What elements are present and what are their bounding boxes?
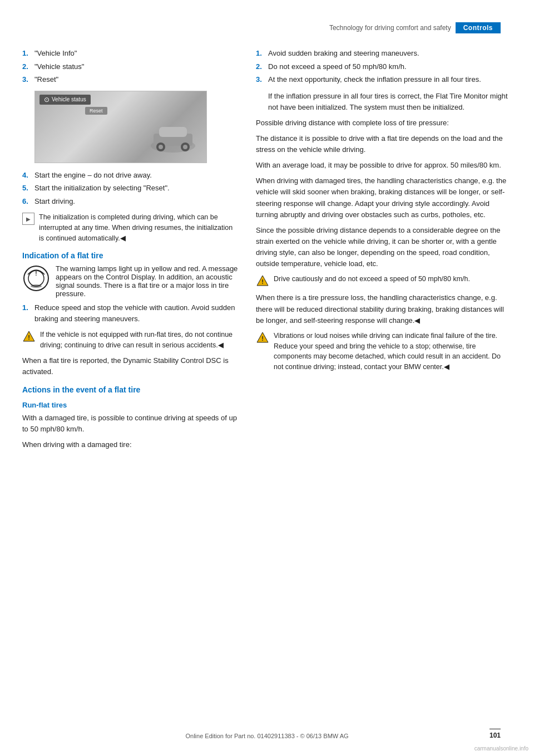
svg-rect-2 bbox=[159, 127, 187, 137]
svg-text:!: ! bbox=[261, 335, 264, 342]
list-item: 3. At the next opportunity, check the in… bbox=[256, 74, 512, 85]
list-text: Start driving. bbox=[34, 196, 239, 207]
list-item: 1. Avoid sudden braking and steering man… bbox=[256, 48, 512, 59]
actions-list: 1. Avoid sudden braking and steering man… bbox=[256, 48, 512, 85]
footer-text: Online Edition for Part no. 01402911383 … bbox=[185, 733, 348, 739]
inflation-note: If the inflation pressure in all four ti… bbox=[268, 91, 512, 113]
vibration-warning-box: ! Vibrations or loud noises while drivin… bbox=[256, 331, 512, 372]
reset-button-label: Reset bbox=[85, 107, 107, 115]
list-text: Start the initialization by selecting "R… bbox=[34, 183, 239, 194]
steps-list: 4. Start the engine – do not drive away.… bbox=[22, 170, 239, 207]
svg-text:!: ! bbox=[35, 271, 37, 277]
vehicle-status-image: ⊙ Vehicle status Reset bbox=[34, 91, 207, 163]
status-icon: ⊙ bbox=[44, 96, 50, 104]
left-column: 1. "Vehicle Info" 2. "Vehicle status" 3.… bbox=[22, 48, 239, 455]
page-number: 101 bbox=[490, 732, 501, 739]
svg-point-10 bbox=[31, 284, 42, 288]
list-text: Reduce speed and stop the vehicle with c… bbox=[34, 302, 239, 324]
list-item: 1. "Vehicle Info" bbox=[22, 48, 239, 59]
list-text: At the next opportunity, check the infla… bbox=[268, 74, 512, 85]
indication-heading: Indication of a flat tire bbox=[22, 251, 239, 260]
page-number-line bbox=[490, 729, 501, 729]
right-column: 1. Avoid sudden braking and steering man… bbox=[256, 48, 512, 455]
list-item: 2. Do not exceed a speed of 50 mph/80 km… bbox=[256, 61, 512, 72]
list-num: 6. bbox=[22, 196, 34, 207]
list-item: 1. Reduce speed and stop the vehicle wit… bbox=[22, 302, 239, 324]
header-bar: Technology for driving comfort and safet… bbox=[0, 22, 534, 38]
status-label: Vehicle status bbox=[52, 96, 86, 102]
watermark: carmanualsonline.info bbox=[474, 745, 528, 752]
list-item: 5. Start the initialization by selecting… bbox=[22, 183, 239, 194]
damaged-tires-text: When driving with damaged tires, the han… bbox=[256, 175, 512, 220]
tip-box: ▶ The initialization is completed during… bbox=[22, 212, 239, 243]
list-item: 4. Start the engine – do not drive away. bbox=[22, 170, 239, 181]
list-num: 3. bbox=[22, 74, 34, 85]
list-item: 6. Start driving. bbox=[22, 196, 239, 207]
reduce-speed-list: 1. Reduce speed and stop the vehicle wit… bbox=[22, 302, 239, 324]
run-flat-p2: When driving with a damaged tire: bbox=[22, 439, 239, 450]
svg-text:!: ! bbox=[261, 278, 264, 285]
svg-point-4 bbox=[159, 145, 163, 149]
warning-triangle-icon-3: ! bbox=[256, 331, 269, 345]
svg-point-6 bbox=[183, 145, 187, 149]
page-number-container: 101 bbox=[490, 729, 501, 739]
run-flat-subheading: Run-flat tires bbox=[22, 401, 239, 409]
list-num: 3. bbox=[256, 74, 268, 85]
list-num: 1. bbox=[256, 48, 268, 59]
list-text: "Reset" bbox=[34, 74, 239, 85]
actions-heading: Actions in the event of a flat tire bbox=[22, 385, 239, 394]
list-num: 2. bbox=[22, 61, 34, 72]
list-text: "Vehicle Info" bbox=[34, 48, 239, 59]
list-item: 3. "Reset" bbox=[22, 74, 239, 85]
distance-depends-text: Since the possible driving distance depe… bbox=[256, 225, 512, 270]
list-text: Start the engine – do not drive away. bbox=[34, 170, 239, 181]
runflat-warning-box: ! If the vehicle is not equipped with ru… bbox=[22, 330, 239, 351]
tire-icon-svg: ! bbox=[22, 264, 50, 292]
list-text: "Vehicle status" bbox=[34, 61, 239, 72]
car-graphic bbox=[145, 118, 201, 157]
list-num: 4. bbox=[22, 170, 34, 181]
cautious-warning-text: Drive cautiously and do not exceed a spe… bbox=[274, 274, 470, 284]
average-load-text: With an average load, it may be possible… bbox=[256, 160, 512, 171]
list-item: 2. "Vehicle status" bbox=[22, 61, 239, 72]
cautious-warning-box: ! Drive cautiously and do not exceed a s… bbox=[256, 274, 512, 288]
svg-text:!: ! bbox=[28, 334, 30, 341]
warning-triangle-icon-2: ! bbox=[256, 274, 269, 288]
list-num: 5. bbox=[22, 183, 34, 194]
list-num: 1. bbox=[22, 48, 34, 59]
runflat-warning-text: If the vehicle is not equipped with run-… bbox=[40, 330, 239, 351]
warning-triangle-icon: ! bbox=[22, 330, 36, 343]
flat-tire-warning-icon: ! bbox=[22, 264, 50, 292]
possible-distance-heading: Possible driving distance with complete … bbox=[256, 117, 512, 129]
flat-tire-text: The warning lamps light up in yellow and… bbox=[56, 264, 239, 298]
list-text: Avoid sudden braking and steering maneuv… bbox=[268, 48, 512, 59]
vibration-warning-text: Vibrations or loud noises while driving … bbox=[274, 331, 512, 372]
flat-tire-description-row: ! The warning lamps light up in yellow a… bbox=[22, 264, 239, 298]
header-section-title: Technology for driving comfort and safet… bbox=[329, 24, 451, 32]
page-footer: Online Edition for Part no. 01402911383 … bbox=[0, 733, 534, 739]
distance-text: The distance it is possible to drive wit… bbox=[256, 133, 512, 155]
pressure-loss-text: When there is a tire pressure loss, the … bbox=[256, 292, 512, 326]
tip-text: The initialization is completed during d… bbox=[39, 212, 239, 243]
dsc-text: When a flat tire is reported, the Dynami… bbox=[22, 355, 239, 377]
list-num: 1. bbox=[22, 302, 34, 324]
run-flat-p1: With a damaged tire, is possible to cont… bbox=[22, 413, 239, 435]
list-num: 2. bbox=[256, 61, 268, 72]
list-text: Do not exceed a speed of 50 mph/80 km/h. bbox=[268, 61, 512, 72]
menu-list: 1. "Vehicle Info" 2. "Vehicle status" 3.… bbox=[22, 48, 239, 85]
content-area: 1. "Vehicle Info" 2. "Vehicle status" 3.… bbox=[0, 48, 534, 455]
status-bar: ⊙ Vehicle status bbox=[39, 95, 91, 105]
controls-badge: Controls bbox=[456, 22, 501, 33]
play-icon: ▶ bbox=[22, 213, 34, 225]
